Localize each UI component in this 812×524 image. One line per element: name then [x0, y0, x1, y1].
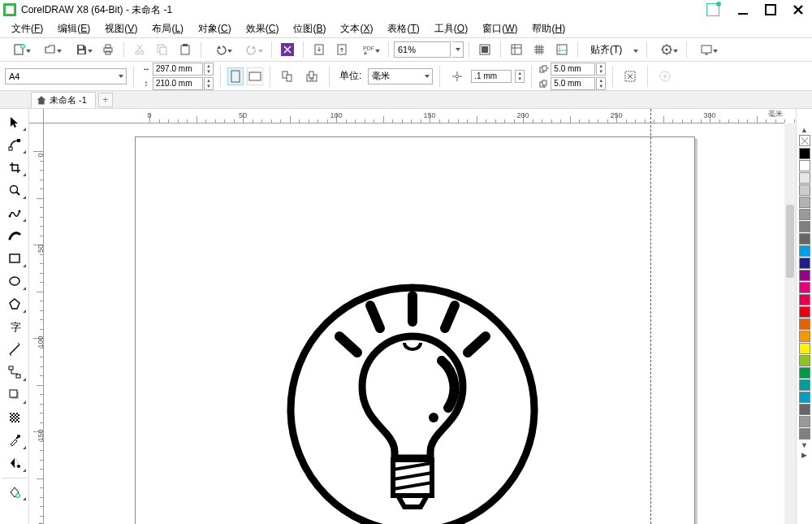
dup-x-spinner[interactable]: ▲▼: [596, 63, 606, 76]
options-button[interactable]: [652, 40, 681, 59]
rectangle-tool[interactable]: [2, 248, 28, 269]
landscape-button[interactable]: [247, 67, 263, 85]
color-swatch[interactable]: [799, 209, 810, 220]
artistic-media-tool[interactable]: [2, 225, 28, 246]
color-swatch[interactable]: [799, 392, 810, 403]
color-swatch[interactable]: [799, 379, 810, 391]
show-grid-button[interactable]: [529, 40, 550, 59]
parallel-dimension-tool[interactable]: [2, 339, 28, 360]
current-page-button[interactable]: [277, 67, 298, 86]
width-spinner[interactable]: ▲▼: [204, 63, 214, 76]
publish-pdf-button[interactable]: PDF: [354, 40, 383, 59]
show-guidelines-button[interactable]: [551, 40, 572, 59]
canvas-area[interactable]: 050100150200250300毫米 050100150200: [29, 109, 796, 524]
pick-tool[interactable]: [2, 111, 28, 132]
zoom-dropdown[interactable]: [452, 41, 464, 58]
color-swatch[interactable]: [799, 306, 810, 318]
eyedropper-tool[interactable]: [2, 430, 28, 451]
smart-fill-tool[interactable]: [2, 478, 28, 502]
nudge-spinner[interactable]: ▲▼: [515, 70, 525, 83]
open-button[interactable]: [36, 40, 65, 59]
import-button[interactable]: [309, 40, 330, 59]
color-swatch[interactable]: [799, 245, 810, 257]
maximize-button[interactable]: [760, 2, 781, 17]
paste-button[interactable]: [175, 40, 196, 59]
dup-y-spinner[interactable]: ▲▼: [596, 77, 606, 90]
canvas-artwork[interactable]: [283, 279, 542, 524]
new-button[interactable]: [5, 40, 34, 59]
shape-tool[interactable]: [2, 134, 28, 155]
dup-y-input[interactable]: 5.0 mm: [551, 77, 595, 90]
copy-button[interactable]: [152, 40, 173, 59]
close-button[interactable]: [788, 2, 809, 17]
menu-2[interactable]: 视图(V): [98, 20, 144, 37]
cut-button[interactable]: [129, 40, 150, 59]
menu-11[interactable]: 帮助(H): [525, 20, 572, 37]
quick-launch-icon[interactable]: [706, 3, 719, 16]
height-spinner[interactable]: ▲▼: [204, 77, 214, 90]
color-swatch[interactable]: [799, 197, 810, 208]
document-tab[interactable]: 未命名 -1: [31, 92, 96, 108]
color-swatch[interactable]: [799, 355, 810, 366]
menu-9[interactable]: 工具(O): [428, 20, 474, 37]
print-button[interactable]: [97, 40, 119, 59]
units-combo[interactable]: 毫米: [368, 68, 433, 84]
menu-10[interactable]: 窗口(W): [476, 20, 524, 37]
menu-3[interactable]: 布局(L): [145, 20, 190, 37]
color-swatch[interactable]: [799, 160, 810, 171]
color-swatch[interactable]: [799, 294, 810, 305]
color-swatch[interactable]: [799, 258, 810, 269]
ruler-origin[interactable]: [29, 109, 44, 123]
portrait-button[interactable]: [227, 67, 244, 85]
zoom-level-input[interactable]: 61%: [394, 41, 451, 58]
save-button[interactable]: [67, 40, 96, 59]
search-content-button[interactable]: [277, 40, 298, 59]
transparency-tool[interactable]: [2, 407, 28, 428]
color-swatch[interactable]: [799, 343, 810, 354]
redo-button[interactable]: [237, 40, 266, 59]
fullscreen-preview-button[interactable]: [474, 40, 495, 59]
palette-flyout[interactable]: ▶: [799, 450, 810, 460]
color-swatch[interactable]: [799, 148, 810, 159]
add-preset-button[interactable]: [654, 67, 676, 86]
color-swatch[interactable]: [799, 318, 810, 330]
menu-8[interactable]: 表格(T): [381, 20, 425, 37]
text-tool[interactable]: 字: [2, 316, 28, 337]
polygon-tool[interactable]: [2, 293, 28, 314]
page-width-input[interactable]: 297.0 mm: [153, 63, 203, 76]
vertical-scrollbar[interactable]: [784, 123, 796, 524]
minimize-button[interactable]: [732, 2, 754, 17]
menu-0[interactable]: 文件(F): [5, 20, 50, 37]
zoom-tool[interactable]: [2, 180, 28, 201]
color-swatch[interactable]: [799, 404, 810, 415]
freehand-tool[interactable]: [2, 202, 28, 223]
palette-scroll-down[interactable]: ▼: [799, 440, 810, 450]
color-swatch[interactable]: [799, 184, 810, 196]
color-swatch[interactable]: [799, 367, 810, 379]
color-swatch[interactable]: [799, 270, 810, 281]
drop-shadow-tool[interactable]: [2, 384, 28, 405]
menu-6[interactable]: 位图(B): [287, 20, 332, 37]
color-swatch[interactable]: [799, 331, 810, 342]
menu-4[interactable]: 对象(C): [192, 20, 238, 37]
export-button[interactable]: [331, 40, 352, 59]
nudge-input[interactable]: .1 mm: [471, 70, 512, 83]
interactive-fill-tool[interactable]: [2, 453, 28, 474]
page-height-input[interactable]: 210.0 mm: [153, 77, 203, 90]
add-document-button[interactable]: +: [98, 93, 113, 107]
treat-as-filled-button[interactable]: [620, 67, 641, 86]
menu-5[interactable]: 效果(C): [240, 20, 286, 37]
color-swatch[interactable]: [799, 282, 810, 293]
color-swatch[interactable]: [799, 428, 810, 440]
horizontal-ruler[interactable]: 050100150200250300毫米: [44, 109, 784, 123]
dup-x-input[interactable]: 5.0 mm: [551, 63, 595, 76]
connector-tool[interactable]: [2, 362, 28, 383]
vertical-ruler[interactable]: 050100150200: [29, 123, 44, 524]
undo-button[interactable]: [206, 40, 235, 59]
page-size-combo[interactable]: A4: [5, 68, 127, 84]
vertical-guideline[interactable]: [650, 109, 651, 524]
show-rulers-button[interactable]: [506, 40, 527, 59]
app-launcher-button[interactable]: [692, 40, 721, 59]
no-color-swatch[interactable]: [799, 135, 810, 146]
crop-tool[interactable]: [2, 157, 28, 178]
